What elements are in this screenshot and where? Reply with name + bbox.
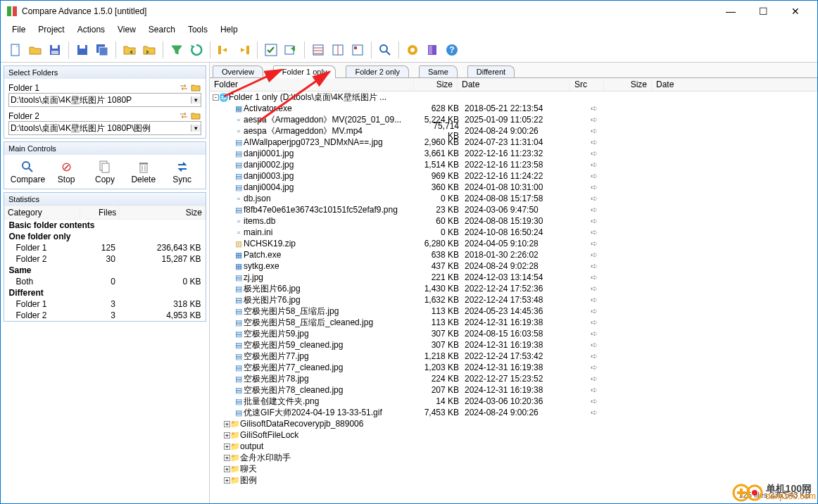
tab-different[interactable]: Different xyxy=(467,65,515,77)
export-icon[interactable] xyxy=(282,41,300,59)
root-label: Folder 1 only (D:\tools\桌面\4K壁纸图片 ... xyxy=(229,92,386,103)
tab-overview[interactable]: Overview xyxy=(213,65,263,77)
new-icon[interactable] xyxy=(6,41,25,59)
file-list[interactable]: - 🌐 Folder 1 only (D:\tools\桌面\4K壁纸图片 ..… xyxy=(210,92,817,503)
expander-icon[interactable]: + xyxy=(224,432,230,439)
save-icon[interactable] xyxy=(46,41,64,59)
col-size2[interactable]: Size xyxy=(604,78,652,91)
help-icon[interactable]: ? xyxy=(443,41,461,59)
file-row[interactable]: ▤zj.jpg221 KB2024-12-03 13:14:54➪ xyxy=(210,272,817,283)
expander-icon[interactable]: - xyxy=(213,94,219,101)
menu-view[interactable]: View xyxy=(112,23,141,36)
export-right-icon[interactable] xyxy=(234,41,253,59)
file-icon: ▤ xyxy=(234,149,244,158)
browse-folder2-icon[interactable] xyxy=(190,110,201,121)
browse-folder1-icon[interactable] xyxy=(190,82,201,93)
file-row[interactable]: ▤优速GIF大师2024-04-19 13-33-51.gif7,453 KB2… xyxy=(210,407,817,418)
file-row[interactable]: ▤极光图片76.jpg1,632 KB2022-12-24 17:53:48➪ xyxy=(210,294,817,305)
folder-right-icon[interactable] xyxy=(140,41,158,59)
arrow-right-icon: ➪ xyxy=(577,295,611,305)
swap-folders2-icon[interactable] xyxy=(178,110,189,121)
file-row[interactable]: ▦sytkg.exe437 KB2024-08-24 9:02:28➪ xyxy=(210,260,817,272)
open-icon[interactable] xyxy=(26,41,44,59)
file-row[interactable]: ▫aespa《Armageddon》MV(2025_01_09...5,224 … xyxy=(210,114,817,125)
menu-tools[interactable]: Tools xyxy=(182,23,213,36)
file-row[interactable]: ▤danji0002.jpg1,514 KB2022-12-16 11:23:5… xyxy=(210,159,817,170)
tab-folder2-only[interactable]: Folder 2 only xyxy=(346,65,409,77)
copy-button[interactable]: Copy xyxy=(86,158,125,186)
save-as-icon[interactable] xyxy=(73,41,92,59)
expander-icon[interactable]: + xyxy=(224,477,230,484)
save-all-icon[interactable] xyxy=(93,41,111,59)
file-row[interactable]: ▫items.db60 KB2024-08-08 15:19:30➪ xyxy=(210,215,817,227)
file-row[interactable]: ▤空极光图片59_cleaned.jpg307 KB2024-12-31 16:… xyxy=(210,339,817,351)
stop-button[interactable]: ⊘Stop xyxy=(47,158,86,186)
root-row[interactable]: - 🌐 Folder 1 only (D:\tools\桌面\4K壁纸图片 ..… xyxy=(210,92,817,103)
minimize-button[interactable]: — xyxy=(715,1,747,22)
export-left-icon[interactable] xyxy=(215,41,233,59)
folder-left-icon[interactable] xyxy=(120,41,139,59)
maximize-button[interactable]: ☐ xyxy=(747,1,779,22)
expander-icon[interactable]: + xyxy=(224,421,230,427)
file-row[interactable]: ▤空极光图片58_压缩后_cleaned.jpg113 KB2024-12-31… xyxy=(210,317,817,328)
menu-search[interactable]: Search xyxy=(143,23,181,36)
close-button[interactable]: ✕ xyxy=(779,1,812,22)
col-size[interactable]: Size xyxy=(414,78,458,91)
file-row[interactable]: ▤空极光图片77.jpg1,218 KB2022-12-24 17:53:42➪ xyxy=(210,351,817,362)
tab-same[interactable]: Same xyxy=(419,65,458,77)
file-row[interactable]: ▤danji0004.jpg360 KB2024-01-08 10:31:00➪ xyxy=(210,182,817,193)
compare-button[interactable]: Compare xyxy=(8,158,47,186)
list-2-icon[interactable] xyxy=(329,41,347,59)
file-row[interactable]: ▤空极光图片59.jpg307 KB2024-08-15 16:03:58➪ xyxy=(210,328,817,339)
expander-icon[interactable]: + xyxy=(224,455,230,461)
col-src[interactable]: Src xyxy=(570,78,604,91)
gear-icon[interactable] xyxy=(403,41,422,59)
folder-row[interactable]: +📁GilisoftDataRecoverypjb_889006 xyxy=(210,418,817,429)
file-row[interactable]: ▤AIWallpaperjpg0723_NDMxNA==.jpg2,960 KB… xyxy=(210,137,817,148)
folder-row[interactable]: +📁金舟水印助手 xyxy=(210,452,817,463)
search-icon[interactable] xyxy=(376,41,394,59)
list-1-icon[interactable] xyxy=(309,41,327,59)
statistics-panel: Statistics CategoryFilesSize Basic folde… xyxy=(4,192,206,322)
file-row[interactable]: ▫aespa《Armageddon》MV.mp475,714 KB2024-08… xyxy=(210,125,817,137)
col-date[interactable]: Date xyxy=(458,78,570,91)
folder-row[interactable]: +📁output xyxy=(210,441,817,452)
file-row[interactable]: ▤空极光图片77_cleaned.jpg1,203 KB2024-12-31 1… xyxy=(210,362,817,373)
delete-button[interactable]: Delete xyxy=(124,158,163,186)
file-row[interactable]: ▤批量创建文件夹.png14 KB2024-03-06 10:20:36➪ xyxy=(210,396,817,407)
file-row[interactable]: ▤danji0003.jpg969 KB2022-12-16 11:24:22➪ xyxy=(210,170,817,182)
file-row[interactable]: ▤空极光图片78.jpg224 KB2022-12-27 15:23:52➪ xyxy=(210,373,817,384)
file-row[interactable]: ▤极光图片66.jpg1,430 KB2022-12-24 17:52:36➪ xyxy=(210,283,817,294)
file-row[interactable]: ▤f8fb47e0e61e36743c10151fc52efaf9.png23 … xyxy=(210,204,817,215)
file-row[interactable]: ▫main.ini0 KB2024-10-08 16:50:24➪ xyxy=(210,227,817,238)
folder-row[interactable]: +📁图例 xyxy=(210,474,817,486)
sync-button[interactable]: Sync xyxy=(163,158,201,186)
book-icon[interactable] xyxy=(423,41,441,59)
tab-folder1-only[interactable]: Folder 1 only xyxy=(273,65,336,78)
col-folder[interactable]: Folder xyxy=(210,78,414,91)
folder-row[interactable]: +📁GiliSoftFileLock xyxy=(210,429,817,441)
menu-project[interactable]: Project xyxy=(32,23,70,36)
file-row[interactable]: ▤空极光图片58_压缩后.jpg113 KB2024-05-23 14:45:3… xyxy=(210,305,817,317)
svg-rect-33 xyxy=(102,163,109,172)
file-row[interactable]: ▦Patch.exe638 KB2018-01-30 2:26:02➪ xyxy=(210,249,817,260)
folder2-path-input[interactable]: D:\tools\桌面\4K壁纸图片 1080P\图例▾ xyxy=(8,121,201,135)
refresh-icon[interactable] xyxy=(187,41,206,59)
filter-icon[interactable] xyxy=(168,41,186,59)
col-date2[interactable]: Date xyxy=(652,78,817,91)
folder-row[interactable]: +📁聊天 xyxy=(210,463,817,474)
file-row[interactable]: ▫db.json0 KB2024-08-08 15:17:58➪ xyxy=(210,193,817,204)
folder1-path-input[interactable]: D:\tools\桌面\4K壁纸图片 1080P▾ xyxy=(8,93,201,107)
menu-help[interactable]: Help xyxy=(215,23,244,36)
file-row[interactable]: ▦Activator.exe628 KB2018-05-21 22:13:54➪ xyxy=(210,103,817,114)
swap-folders-icon[interactable] xyxy=(178,82,189,93)
file-row[interactable]: ▥NCHSK19.zip6,280 KB2024-04-05 9:10:28➪ xyxy=(210,238,817,249)
expander-icon[interactable]: + xyxy=(224,443,230,450)
check-icon[interactable] xyxy=(262,41,280,59)
file-row[interactable]: ▤danji0001.jpg3,661 KB2022-12-16 11:23:3… xyxy=(210,148,817,159)
menu-file[interactable]: File xyxy=(6,23,31,36)
list-3-icon[interactable] xyxy=(348,41,367,59)
file-row[interactable]: ▤空极光图片78_cleaned.jpg207 KB2024-12-31 16:… xyxy=(210,384,817,396)
menu-actions[interactable]: Actions xyxy=(72,23,111,36)
expander-icon[interactable]: + xyxy=(224,466,230,472)
